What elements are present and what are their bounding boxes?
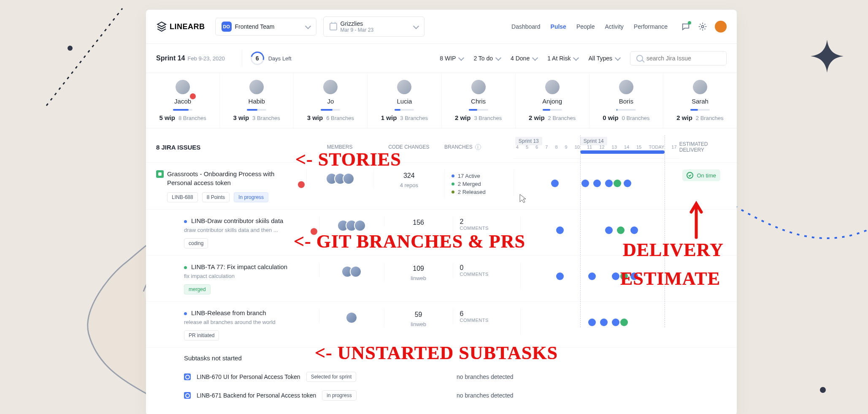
subtasks-heading: Subtasks not started — [184, 354, 727, 362]
member-avatar — [323, 80, 338, 94]
issue-subtitle: release all branches around the world — [173, 319, 311, 325]
code-sub: 4 repos — [374, 182, 444, 188]
sparkle-icon — [808, 37, 846, 75]
member-wip: 2 wip — [529, 114, 545, 121]
member-branches: 3 Branches — [400, 115, 428, 121]
nav-performance[interactable]: Performance — [634, 23, 668, 30]
member-card[interactable]: Anjong 2 wip2 Branches — [516, 73, 589, 128]
timeline-dot — [551, 180, 559, 187]
comments-label: COMMENTS — [460, 226, 520, 231]
user-avatar[interactable] — [715, 21, 727, 33]
timeline-dot — [630, 272, 638, 280]
member-card[interactable]: Lucia 1 wip3 Branches — [368, 73, 441, 128]
member-wip: 5 wip — [159, 114, 175, 121]
search-input[interactable] — [646, 55, 720, 62]
issue-title: Grassroots - Onboarding Process with Per… — [156, 169, 298, 187]
timeline-dot — [588, 272, 596, 280]
filter-done[interactable]: 4 Done — [511, 55, 537, 62]
subtask-title: LINB-671 Backend for Personal Access tok… — [197, 392, 316, 399]
subtask-row[interactable]: LINB-670 UI for Personal Access Token Se… — [184, 368, 727, 386]
issue-title: LINB-TA 77: Fix impact calculation — [173, 262, 311, 271]
member-branches: 2 Branches — [548, 115, 576, 121]
delivery-badge: On time — [682, 169, 720, 181]
issue-row[interactable]: LINB-Release from branchrelease all bran… — [146, 301, 737, 347]
search-box[interactable] — [630, 51, 727, 65]
issue-timeline — [520, 308, 681, 335]
svg-point-0 — [701, 25, 704, 28]
info-icon[interactable]: i — [475, 144, 481, 150]
cur-sprint-label: Sprint 14 — [580, 137, 607, 145]
status-tag: In progress — [234, 192, 268, 202]
code-changes: 324 — [374, 172, 444, 180]
member-avatar — [619, 80, 633, 94]
nav-people[interactable]: People — [576, 23, 595, 30]
assignee-avatar — [350, 266, 362, 278]
project-name: Grizzlies — [341, 20, 374, 27]
logo: LINEARB — [156, 21, 205, 32]
check-icon — [687, 172, 693, 179]
nav-activity[interactable]: Activity — [605, 23, 624, 30]
nav-pulse[interactable]: Pulse — [551, 23, 566, 30]
member-card[interactable]: Jacob 5 wip8 Branches — [146, 73, 220, 128]
member-card[interactable]: Boris 0 wip0 Branches — [589, 73, 663, 128]
members-strip: Jacob 5 wip8 Branches Habib 3 wip3 Branc… — [146, 73, 737, 128]
timeline-dot — [617, 226, 625, 234]
days-left-ring: 6 — [251, 52, 264, 65]
nav-dashboard[interactable]: Dashboard — [511, 23, 541, 30]
member-wip: 1 wip — [381, 114, 397, 121]
project-selector[interactable]: Grizzlies Mar 9 - Mar 23 — [323, 16, 425, 37]
filter-wip[interactable]: 8 WIP — [440, 55, 463, 62]
timeline-dot — [593, 180, 601, 187]
sprint-range-bar — [580, 150, 665, 154]
col-delivery: ESTIMATEDDELIVERY — [679, 141, 727, 153]
cursor-icon — [518, 193, 527, 204]
filter-risk[interactable]: 1 At Risk — [547, 55, 578, 62]
chat-icon[interactable] — [681, 22, 690, 31]
comments-count: 6 — [460, 310, 520, 318]
member-avatar — [397, 80, 411, 94]
member-name: Anjong — [542, 98, 562, 105]
col-branches: BRANCHESi — [444, 144, 514, 150]
alert-icon — [311, 228, 317, 235]
member-name: Jacob — [174, 98, 191, 105]
member-card[interactable]: Jo 3 wip6 Branches — [294, 73, 368, 128]
timeline-dot — [556, 226, 564, 234]
subtask-title: LINB-670 UI for Personal Access Token — [197, 373, 300, 380]
subtask-row[interactable]: LINB-671 Backend for Personal Access tok… — [184, 386, 727, 405]
timeline-tick: 6 — [535, 144, 538, 150]
member-name: Habib — [249, 98, 265, 105]
top-bar: LINEARB DO Frontend Team Grizzlies Mar 9… — [146, 10, 737, 44]
member-card[interactable]: Habib 3 wip3 Branches — [220, 73, 294, 128]
code-changes: 59 — [384, 311, 453, 319]
filter-todo[interactable]: 2 To do — [473, 55, 500, 62]
member-card[interactable]: Sarah 2 wip2 Branches — [663, 73, 737, 128]
timeline-dot — [624, 180, 631, 187]
team-selector[interactable]: DO Frontend Team — [215, 18, 316, 35]
issue-tag: 8 Points — [202, 192, 230, 202]
timeline-tick: 12 — [599, 144, 604, 150]
member-avatar — [176, 80, 190, 94]
col-timeline: Sprint 13 Sprint 14 456789101112131415TO… — [514, 135, 679, 159]
timeline-dot — [614, 180, 621, 187]
issue-row[interactable]: LINB-TA 77: Fix impact calculationfix im… — [146, 255, 737, 301]
member-branches: 2 Branches — [696, 115, 724, 121]
gear-icon[interactable] — [698, 22, 707, 31]
branch-stat: 17 Active — [452, 173, 514, 179]
member-load-bar — [543, 109, 562, 111]
member-card[interactable]: Chris 2 wip3 Branches — [442, 73, 516, 128]
timeline-dot — [620, 272, 628, 280]
timeline-tick: 15 — [636, 144, 641, 150]
timeline-dot — [581, 180, 589, 187]
filter-types[interactable]: All Types — [588, 55, 620, 62]
issue-row[interactable]: Grassroots - Onboarding Process with Per… — [146, 162, 737, 209]
timeline-dot — [600, 319, 608, 326]
issue-subtitle: fix impact calculation — [173, 273, 311, 279]
assignee-avatar — [343, 173, 354, 185]
sprint-bar: Sprint 14 Feb 9-23, 2020 6 Days Left 8 W… — [146, 44, 737, 73]
assignee-stack — [326, 173, 354, 185]
chevron-down-icon — [532, 54, 538, 60]
subtasks-block: Subtasks not started LINB-670 UI for Per… — [146, 347, 737, 411]
issue-row[interactable]: LINB-Draw contributor skiils datadraw co… — [146, 209, 737, 255]
member-branches: 8 Branches — [178, 115, 206, 121]
assignee-avatar — [354, 220, 366, 232]
